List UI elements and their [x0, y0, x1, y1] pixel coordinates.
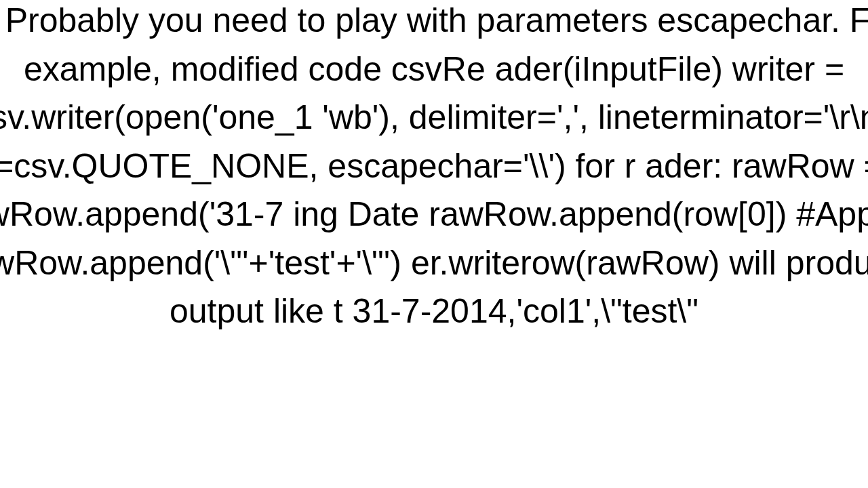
document-body-text: 2: Probably you need to play with parame…: [0, 0, 868, 336]
